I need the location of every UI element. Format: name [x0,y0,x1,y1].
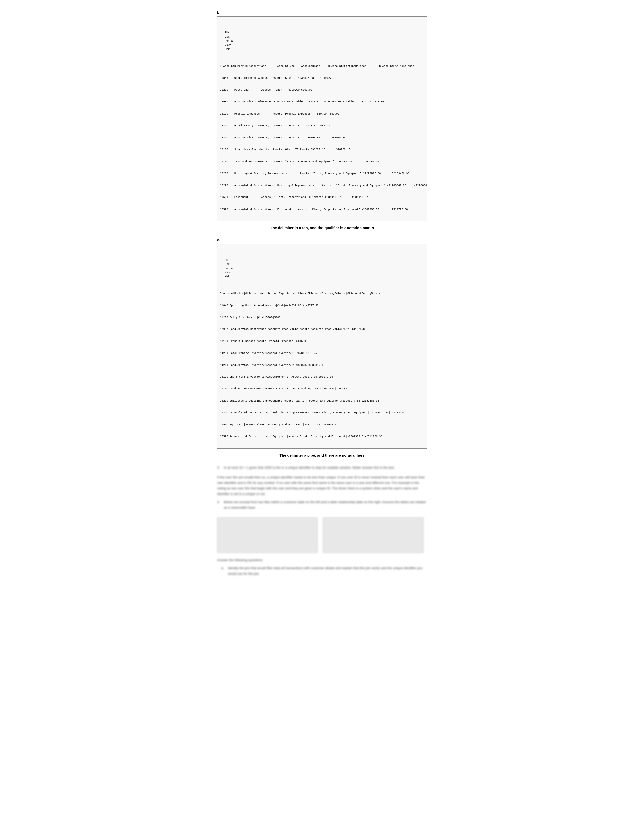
section-c-file-box: File Edit Format View Help GLAccountNumb… [217,244,427,449]
section-c-row-12: 16590|Accumulated Depreciation - Equipme… [220,435,424,439]
q4a-letter: a. [221,565,226,577]
section-c-caption: The delimiter a pipe, and there are no q… [217,453,427,457]
question-4-intro: 4. Below are excerpt from two files with… [217,499,427,513]
section-b-row-8: 16100 Land and Improvements Assets "Plan… [220,160,424,164]
c-menu-file[interactable]: File [224,258,229,261]
section-c-row-9: 16200|Buildings & Building Improvements|… [220,399,424,403]
section-c-row-1: 11845|Operating Bank Account|Assets|Cash… [220,304,424,308]
section-c-row-6: 14260|Food Service Inventory|Assets|Inve… [220,363,424,367]
section-c: c. File Edit Format View Help GLAccountN… [217,238,427,457]
section-b-row-9: 16200 Buildings & Building Improvements … [220,172,424,176]
section-b-row-5: 14250 Hotel Pantry Inventory Assets Inve… [220,124,424,128]
section-c-row-8: 16100|Land and Improvements|Assets|Plant… [220,387,424,391]
blurred-table-left [217,518,318,553]
blurred-tables [217,518,427,553]
menu-edit[interactable]: Edit [224,35,229,38]
question-4a: a. Identity the join that would filter d… [221,565,427,579]
section-b-row-4: 13100 Prepaid Expenses Assets Prepaid Ex… [220,112,424,116]
section-c-menu-bar: File Edit Format View Help [220,253,424,283]
q3-intro-text: In at most 10 + 1 given that 1000 is the… [224,465,395,471]
section-b-row-0: GLAccountNumber GLAccountName AccountTyp… [220,64,424,68]
c-menu-help[interactable]: Help [224,275,230,278]
section-b-row-2: 11200 Petty Cash Assets Cash 5000.00 500… [220,88,424,92]
question-3-intro: 3. In at most 10 + 1 given that 1000 is … [217,465,427,473]
section-b: b. File Edit Format View Help GLAccountN… [217,10,427,230]
section-b-file-box: File Edit Format View Help GLAccountNumb… [217,16,427,221]
section-b-row-1: 11845 Operating Bank Account Assets Cash… [220,76,424,80]
section-c-row-11: 16500|Equipment|Assets|Plant, Property a… [220,423,424,427]
section-b-row-6: 14260 Food Service Inventory Assets Inve… [220,136,424,140]
blurred-table-right [323,518,423,553]
section-c-row-5: 14250|Hotel Pantry Inventory|Assets|Inve… [220,351,424,355]
section-b-caption: The delimiter is a tab, and the qualifie… [217,226,427,230]
menu-file[interactable]: File [224,31,229,34]
section-c-row-4: 13100|Prepaid Expenses|Assets|Prepaid Ex… [220,339,424,343]
section-c-row-2: 11200|Petty Cash|Assets|Cash|5000|5000 [220,315,424,320]
c-menu-view[interactable]: View [224,270,230,273]
q4-intro-text: Below are excerpt from two files within … [224,499,427,510]
c-menu-edit[interactable]: Edit [224,262,229,265]
section-b-row-11: 16500 Equipment Assets "Plant, Property … [220,195,424,199]
menu-help[interactable]: Help [224,47,230,50]
blurred-content: 3. In at most 10 + 1 given that 1000 is … [217,465,427,579]
section-c-row-7: 15100|Short-term Investments|Assets|Othe… [220,375,424,379]
section-b-label: b. [217,10,427,14]
section-c-row-0: GLAccountNumber|GLAccountName|AccountTyp… [220,291,424,296]
q4-number: 4. [217,499,222,510]
section-b-row-10: 16290 Accumulated Depreciation - Buildin… [220,183,424,188]
blurred-body-paragraph: If the user IDs are invalid then so, a u… [217,474,427,497]
q4a-text: Identity the join that would filter data… [228,565,427,577]
q3-number: 3. [217,465,222,471]
section-b-row-7: 15100 Short-term Investments Assets Othe… [220,148,424,152]
menu-view[interactable]: View [224,43,230,47]
section-c-row-10: 16290|Accumulated Depreciation - Buildin… [220,411,424,415]
menu-format[interactable]: Format [224,39,233,42]
section-c-label: c. [217,238,427,242]
section-c-row-3: 12987|Food Service Conference Accounts R… [220,327,424,331]
section-b-row-3: 12987 Food Service Conference Accounts R… [220,100,424,104]
section-b-menu-bar: File Edit Format View Help [220,26,424,56]
c-menu-format[interactable]: Format [224,267,233,270]
section-b-row-12: 16590 Accumulated Depreciation - Equipme… [220,207,424,212]
blurred-answer-instructions: Answer the following questions: [217,557,427,563]
